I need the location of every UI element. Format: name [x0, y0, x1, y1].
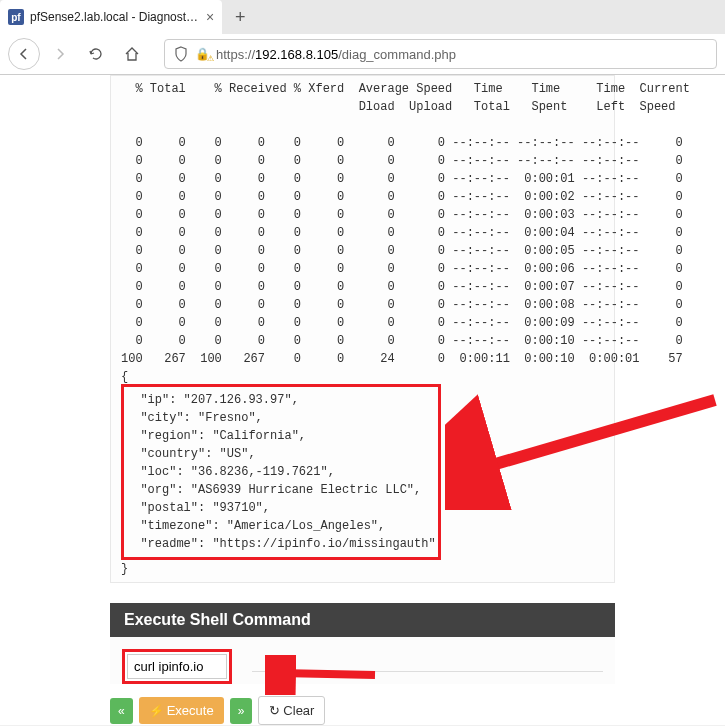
url-bar[interactable]: 🔒 ⚠ https://192.168.8.105/diag_command.p… [164, 39, 717, 69]
url-text: https://192.168.8.105/diag_command.php [216, 47, 708, 62]
execute-button[interactable]: ⚡ Execute [139, 697, 224, 724]
warning-icon: ⚠ [207, 54, 214, 63]
undo-icon: ↻ [269, 703, 280, 718]
output-container: % Total % Received % Xferd Average Speed… [110, 75, 615, 583]
forward-button[interactable] [44, 38, 76, 70]
browser-chrome: pf pfSense2.lab.local - Diagnostics × + … [0, 0, 725, 75]
command-input-highlight [122, 649, 232, 684]
clear-label: Clear [283, 703, 314, 718]
reload-icon [88, 46, 104, 62]
command-area [110, 637, 615, 684]
arrow-right-icon [52, 46, 68, 62]
tab-title: pfSense2.lab.local - Diagnostics [30, 10, 200, 24]
home-icon [124, 46, 140, 62]
clear-button[interactable]: ↻ Clear [258, 696, 325, 725]
shield-icon [173, 46, 189, 62]
arrow-left-icon [16, 46, 32, 62]
new-tab-button[interactable]: + [226, 3, 254, 31]
input-underline [252, 671, 603, 672]
json-highlight-box: "ip": "207.126.93.97", "city": "Fresno",… [121, 384, 441, 560]
reload-button[interactable] [80, 38, 112, 70]
section-header: Execute Shell Command [110, 603, 615, 637]
lock-container: 🔒 ⚠ [195, 47, 210, 61]
button-row: « ⚡ Execute » ↻ Clear [110, 696, 615, 725]
close-icon[interactable]: × [206, 9, 214, 25]
bolt-icon: ⚡ [149, 704, 164, 718]
page-content: % Total % Received % Xferd Average Speed… [0, 75, 725, 725]
history-prev-button[interactable]: « [110, 698, 133, 724]
nav-bar: 🔒 ⚠ https://192.168.8.105/diag_command.p… [0, 34, 725, 74]
history-next-button[interactable]: » [230, 698, 253, 724]
execute-label: Execute [167, 703, 214, 718]
home-button[interactable] [116, 38, 148, 70]
browser-tab[interactable]: pf pfSense2.lab.local - Diagnostics × [0, 0, 222, 34]
tab-bar: pf pfSense2.lab.local - Diagnostics × + [0, 0, 725, 34]
back-button[interactable] [8, 38, 40, 70]
command-input[interactable] [127, 654, 227, 679]
command-output: % Total % Received % Xferd Average Speed… [110, 75, 615, 583]
tab-favicon: pf [8, 9, 24, 25]
